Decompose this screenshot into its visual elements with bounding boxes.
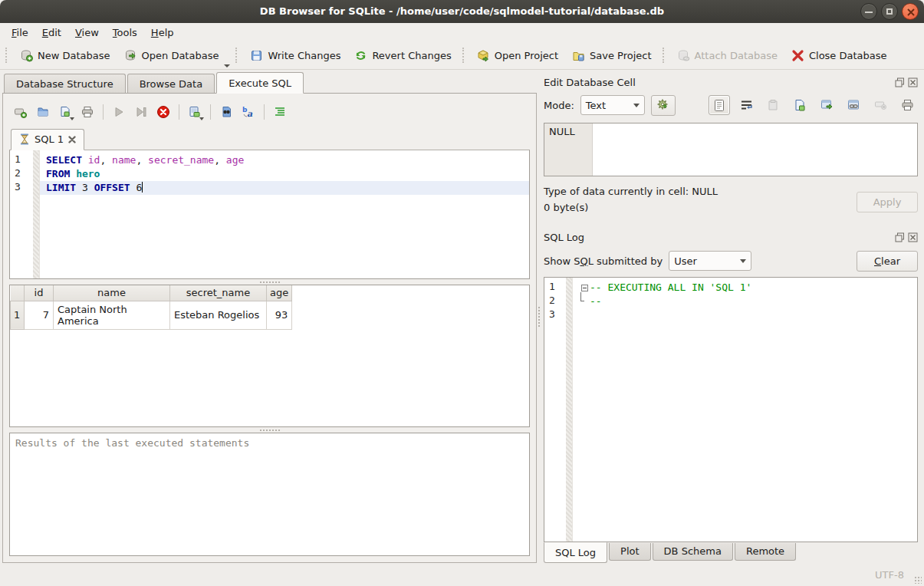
- results-grid[interactable]: id name secret_name age 1 7 Captain Nort…: [9, 285, 530, 427]
- format-sql-button[interactable]: [270, 102, 290, 122]
- column-header-id[interactable]: id: [25, 285, 54, 301]
- open-project-icon: [477, 49, 490, 62]
- export-data-button[interactable]: [789, 95, 811, 115]
- text-mode-button[interactable]: [709, 95, 730, 115]
- toolbar-grip[interactable]: [235, 48, 239, 63]
- open-sql-tab-button[interactable]: [11, 102, 31, 122]
- tab-execute-sql[interactable]: Execute SQL: [216, 72, 304, 94]
- cell-type-info: Type of data currently in cell: NULL: [544, 186, 718, 202]
- open-database-dropdown[interactable]: [224, 64, 230, 67]
- sql-log-filter-row: Show SQL submitted by User Clear: [544, 248, 918, 274]
- clear-log-button[interactable]: Clear: [857, 251, 918, 272]
- revert-changes-button[interactable]: Revert Changes: [347, 46, 458, 65]
- cell-editor-text-area[interactable]: [593, 123, 917, 176]
- resize-grip[interactable]: [914, 576, 922, 584]
- close-tab-icon[interactable]: [68, 136, 76, 143]
- tab-browse-data[interactable]: Browse Data: [127, 74, 215, 93]
- menu-tools[interactable]: Tools: [106, 25, 144, 40]
- cell-id[interactable]: 7: [25, 301, 54, 329]
- execute-line-button: [131, 102, 151, 122]
- submitted-by-select[interactable]: User: [669, 251, 751, 271]
- find-replace-button[interactable]: b a: [238, 102, 258, 122]
- menu-view[interactable]: View: [68, 25, 106, 40]
- find-icon: [219, 105, 233, 119]
- float-dock-icon[interactable]: [895, 77, 905, 87]
- toolbar-grip[interactable]: [462, 48, 466, 63]
- toolbar-grip[interactable]: [663, 48, 666, 63]
- editor-results-splitter[interactable]: [9, 279, 530, 285]
- open-project-button[interactable]: Open Project: [470, 46, 565, 65]
- sql-doc-tab-bar: SQL 1: [9, 127, 530, 150]
- editor-fold-margin: [33, 150, 40, 278]
- open-sql-file-button[interactable]: [33, 102, 53, 122]
- cell-secret-name[interactable]: Esteban Rogelios: [170, 301, 267, 329]
- import-data-button: [762, 95, 784, 115]
- right-pane: Edit Database Cell Mode: Text: [541, 70, 924, 563]
- column-header-age[interactable]: age: [267, 285, 292, 301]
- fold-marker-icon[interactable]: [581, 285, 588, 291]
- cell-age[interactable]: 93: [267, 301, 292, 329]
- cell-editor[interactable]: NULL: [544, 123, 918, 176]
- auto-apply-button[interactable]: [651, 95, 676, 116]
- mode-select[interactable]: Text: [580, 95, 645, 115]
- word-wrap-icon: [740, 100, 753, 111]
- replace-icon: b a: [242, 105, 255, 119]
- bottom-tab-sql-log[interactable]: SQL Log: [544, 542, 607, 563]
- log-text-area: -- EXECUTING ALL IN 'SQL 1' --: [573, 278, 917, 542]
- sql-log-title: SQL Log: [544, 232, 895, 243]
- sql-log-view[interactable]: 1 2 3 -- EXECUTING ALL IN 'SQL 1' --: [544, 277, 918, 542]
- save-results-button[interactable]: [185, 102, 205, 122]
- word-wrap-button[interactable]: [735, 95, 757, 115]
- column-header-secret-name[interactable]: secret_name: [170, 285, 267, 301]
- float-dock-icon[interactable]: [895, 232, 905, 242]
- import-icon: [767, 99, 780, 111]
- gear-icon: [656, 98, 670, 112]
- cell-mode-row: Mode: Text: [544, 92, 918, 118]
- log-line-1: -- EXECUTING ALL IN 'SQL 1': [573, 281, 917, 295]
- editor-text-area[interactable]: SELECT id, name, secret_name, age FROM h…: [40, 150, 529, 278]
- column-header-name[interactable]: name: [54, 285, 170, 301]
- write-changes-button[interactable]: Write Changes: [243, 46, 347, 65]
- encoding-status[interactable]: UTF-8: [875, 569, 904, 581]
- results-message: Results of the last executed statements: [15, 437, 249, 449]
- bottom-tab-plot[interactable]: Plot: [609, 543, 651, 561]
- copy-link-button[interactable]: [843, 95, 864, 115]
- stop-icon: [156, 105, 170, 119]
- print-cell-button[interactable]: [896, 95, 918, 115]
- toolbar-grip[interactable]: [5, 48, 9, 63]
- bottom-tab-remote[interactable]: Remote: [735, 543, 796, 561]
- find-button[interactable]: [216, 102, 236, 122]
- close-button[interactable]: [902, 3, 919, 20]
- code-line-3: LIMIT 3 OFFSET 6: [40, 181, 529, 195]
- open-database-button[interactable]: Open Database: [117, 46, 226, 65]
- status-bar: UTF-8: [0, 563, 924, 586]
- fold-line: [580, 292, 584, 301]
- minimize-button[interactable]: [860, 3, 877, 20]
- save-sql-file-button[interactable]: [55, 102, 75, 122]
- bottom-tab-db-schema[interactable]: DB Schema: [653, 543, 733, 561]
- menu-help[interactable]: Help: [144, 25, 181, 40]
- open-external-button[interactable]: [816, 95, 837, 115]
- stop-execution-button[interactable]: [153, 102, 173, 122]
- sql-code-editor[interactable]: 1 2 3 SELECT id, name, secret_name, age …: [9, 150, 530, 279]
- cell-name[interactable]: Captain North America: [54, 301, 170, 329]
- close-database-button[interactable]: Close Database: [784, 46, 894, 65]
- maximize-button[interactable]: [881, 3, 898, 20]
- sql-doc-tab[interactable]: SQL 1: [11, 129, 84, 150]
- menu-edit[interactable]: Edit: [35, 25, 68, 40]
- hourglass-icon: [19, 133, 30, 145]
- mode-label: Mode:: [544, 100, 574, 111]
- cell-value: NULL: [549, 126, 575, 137]
- table-row[interactable]: 1 7 Captain North America Esteban Rogeli…: [11, 301, 292, 329]
- save-project-button[interactable]: Save Project: [565, 46, 659, 65]
- print-sql-button[interactable]: [77, 102, 97, 122]
- attach-database-icon: [677, 49, 690, 62]
- close-dock-icon[interactable]: [908, 77, 918, 87]
- close-dock-icon[interactable]: [908, 232, 918, 242]
- row-number: 1: [11, 301, 25, 329]
- menu-file[interactable]: File: [5, 25, 35, 40]
- results-message-splitter[interactable]: [9, 427, 530, 433]
- cell-size-info: 0 byte(s): [544, 202, 718, 218]
- new-database-button[interactable]: New Database: [13, 46, 117, 65]
- tab-database-structure[interactable]: Database Structure: [4, 74, 126, 93]
